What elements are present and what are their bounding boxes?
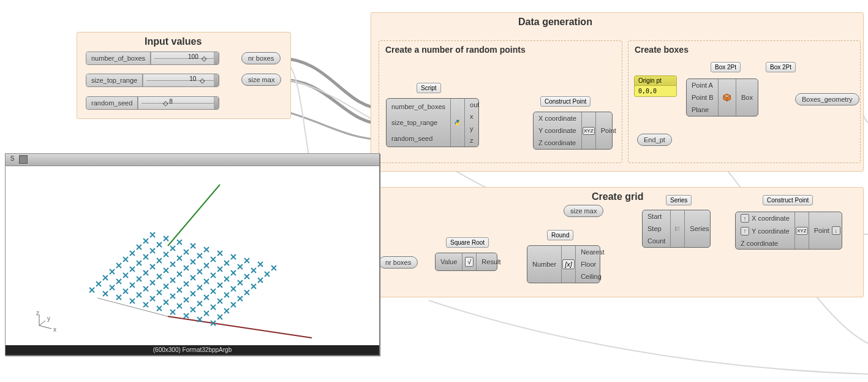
tag-round: Round bbox=[547, 230, 573, 240]
series-icon bbox=[671, 210, 684, 247]
svg-rect-5 bbox=[677, 230, 680, 231]
svg-rect-3 bbox=[677, 227, 680, 227]
slider-label: random_seed bbox=[86, 97, 138, 109]
group-title-input: Input values bbox=[145, 36, 202, 47]
viewport-canvas: x y z bbox=[6, 166, 379, 345]
port-out-floor[interactable]: Floor bbox=[576, 259, 609, 269]
graft-icon: ↑ bbox=[741, 214, 749, 223]
port-in-x[interactable]: X coordinate bbox=[534, 113, 581, 123]
subgroup-title-boxes: Create boxes bbox=[635, 45, 689, 55]
slider-size-top-range[interactable]: size_top_range 10 ◇ bbox=[86, 74, 219, 87]
port-in-point-a[interactable]: Point A bbox=[687, 80, 718, 90]
tag-construct-point: Construct Point bbox=[540, 96, 591, 107]
group-title-data: Data generation bbox=[518, 17, 592, 28]
param-boxes-geometry[interactable]: Boxes_geometry bbox=[795, 93, 859, 105]
subgroup-title-random: Create a number of random points bbox=[385, 45, 526, 55]
port-out-box[interactable]: Box bbox=[736, 93, 758, 102]
port-in-number[interactable]: Number bbox=[527, 259, 561, 269]
port-out-x[interactable]: x bbox=[465, 112, 484, 121]
slider-label: number_of_boxes bbox=[86, 52, 151, 64]
param-end-pt[interactable]: End_pt bbox=[637, 134, 672, 146]
slider-random-seed[interactable]: random_seed 8 ◇ bbox=[86, 96, 219, 110]
tag-box2pt-a: Box 2Pt bbox=[711, 62, 741, 72]
param-size-max-2[interactable]: size max bbox=[564, 205, 603, 217]
port-in-step[interactable]: Step bbox=[643, 224, 670, 234]
component-series[interactable]: Start Step Count Series bbox=[642, 210, 711, 248]
port-in-value[interactable]: Value bbox=[436, 257, 462, 267]
port-out-series[interactable]: Series bbox=[685, 224, 714, 234]
image-viewport: S x y z (600x300) Format32bppArgb bbox=[5, 153, 380, 356]
panel-body: 0,0,0 bbox=[635, 86, 676, 96]
graft-icon: ↑ bbox=[741, 227, 749, 235]
round-icon: [x] bbox=[562, 246, 575, 283]
port-out-point2[interactable]: Point↓ bbox=[809, 225, 845, 236]
param-nr-boxes[interactable]: nr boxes bbox=[241, 52, 281, 64]
viewport-tab-s[interactable]: S bbox=[8, 155, 17, 164]
component-construct-point-2[interactable]: ↑X coordinate ↑Y coordinate Z coordinate… bbox=[735, 212, 842, 250]
viewport-titlebar[interactable]: S bbox=[6, 154, 379, 166]
tag-series: Series bbox=[666, 195, 692, 205]
svg-line-9 bbox=[39, 326, 51, 329]
group-title-grid: Create grid bbox=[592, 191, 643, 202]
slider-label: size_top_range bbox=[86, 74, 143, 86]
port-in-x2[interactable]: ↑X coordinate bbox=[736, 213, 794, 224]
xyz-icon: XYZ bbox=[795, 212, 809, 249]
box-icon bbox=[719, 79, 736, 116]
svg-rect-0 bbox=[676, 227, 677, 227]
svg-rect-2 bbox=[676, 230, 677, 231]
viewport-footer: (600x300) Format32bppArgb bbox=[6, 345, 379, 355]
flatten-icon: ↓ bbox=[832, 226, 840, 235]
port-out-result[interactable]: Result bbox=[477, 257, 505, 267]
sqrt-icon: √ bbox=[462, 253, 476, 270]
panel-origin-pt[interactable]: Origin pt 0,0,0 bbox=[634, 75, 677, 97]
component-python-script[interactable]: number_of_boxes size_top_range random_se… bbox=[386, 98, 479, 147]
svg-text:x: x bbox=[53, 326, 56, 333]
port-in-number-of-boxes[interactable]: number_of_boxes bbox=[387, 102, 450, 112]
port-in-size-top-range[interactable]: size_top_range bbox=[387, 118, 450, 128]
svg-text:y: y bbox=[47, 315, 50, 322]
port-out-z[interactable]: z bbox=[465, 136, 484, 145]
xyz-icon: XYZ bbox=[582, 112, 595, 149]
tag-sqrt: Square Root bbox=[446, 237, 489, 248]
svg-line-7 bbox=[168, 316, 312, 338]
port-in-start[interactable]: Start bbox=[643, 212, 670, 221]
port-out-ceiling[interactable]: Ceiling bbox=[576, 272, 609, 281]
component-square-root[interactable]: Value √ Result bbox=[435, 253, 497, 271]
panel-header: Origin pt bbox=[635, 76, 676, 86]
port-out-out[interactable]: out bbox=[465, 100, 484, 110]
tag-box2pt-b: Box 2Pt bbox=[766, 62, 796, 72]
component-round[interactable]: Number [x] Nearest Floor Ceiling bbox=[527, 245, 600, 283]
param-nr-boxes-2[interactable]: nr boxes bbox=[379, 256, 418, 269]
svg-text:z: z bbox=[36, 310, 39, 316]
port-in-random-seed[interactable]: random_seed bbox=[387, 134, 450, 143]
port-in-y2[interactable]: ↑Y coordinate bbox=[736, 226, 794, 237]
port-in-z2[interactable]: Z coordinate bbox=[736, 239, 794, 248]
component-construct-point[interactable]: X coordinate Y coordinate Z coordinate X… bbox=[533, 112, 613, 150]
viewport-tab-icon[interactable] bbox=[19, 155, 28, 164]
port-in-plane[interactable]: Plane bbox=[687, 105, 718, 115]
port-in-point-b[interactable]: Point B bbox=[687, 93, 718, 102]
python-icon bbox=[451, 99, 464, 147]
component-box-2pt[interactable]: Point A Point B Plane Box bbox=[686, 78, 758, 117]
port-out-point[interactable]: Point bbox=[596, 126, 621, 136]
slider-number-of-boxes[interactable]: number_of_boxes 100 ◇ bbox=[86, 52, 219, 65]
svg-rect-4 bbox=[677, 228, 680, 229]
port-in-y[interactable]: Y coordinate bbox=[534, 126, 581, 136]
svg-rect-1 bbox=[676, 228, 677, 229]
port-in-count[interactable]: Count bbox=[643, 236, 670, 246]
param-size-max[interactable]: size max bbox=[241, 74, 281, 86]
port-out-y[interactable]: y bbox=[465, 124, 484, 134]
port-out-nearest[interactable]: Nearest bbox=[576, 247, 609, 257]
port-in-z[interactable]: Z coordinate bbox=[534, 138, 581, 148]
svg-line-10 bbox=[39, 321, 45, 326]
svg-line-6 bbox=[168, 185, 220, 246]
tag-construct-point-2: Construct Point bbox=[763, 195, 813, 205]
tag-script: Script bbox=[417, 83, 441, 93]
